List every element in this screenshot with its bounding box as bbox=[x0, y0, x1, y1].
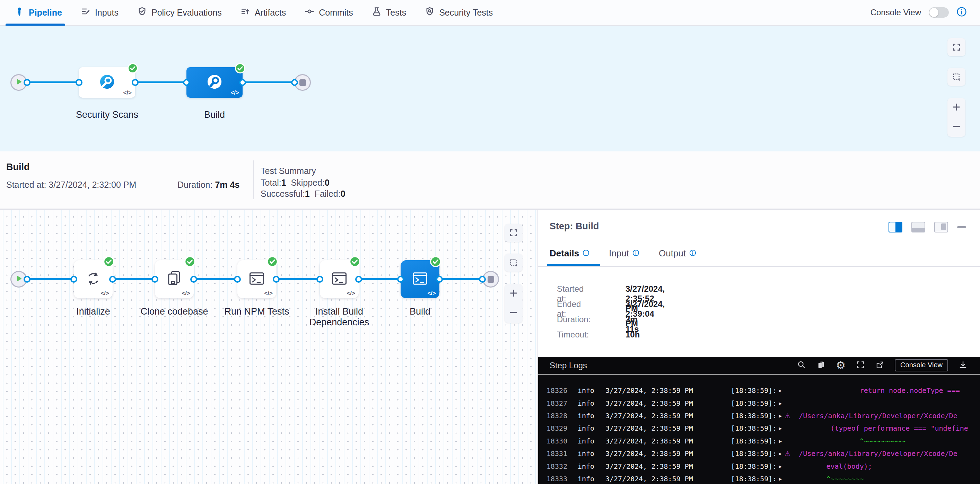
layout-right-view-button[interactable] bbox=[889, 222, 902, 232]
stage-node-security-scans[interactable]: </> bbox=[79, 67, 135, 98]
initialize-sync-icon bbox=[84, 270, 102, 289]
divider bbox=[253, 160, 254, 199]
expand-caret-icon[interactable]: ▸ bbox=[779, 438, 782, 444]
stage-title: Build bbox=[6, 162, 30, 173]
flask-icon bbox=[372, 6, 382, 18]
minimize-panel-button[interactable] bbox=[957, 226, 966, 228]
step-node-build[interactable]: </> bbox=[401, 260, 439, 298]
node-port bbox=[436, 276, 443, 283]
expand-caret-icon[interactable]: ▸ bbox=[779, 400, 782, 407]
tab-policy-evaluations[interactable]: Policy Evaluations bbox=[137, 6, 222, 18]
log-row[interactable]: 18331info3/27/2024, 2:38:59 PM[18:38:59]… bbox=[538, 447, 980, 460]
success-check-badge bbox=[235, 63, 246, 74]
code-template-icon: </> bbox=[100, 290, 109, 297]
zoom-out-button[interactable] bbox=[952, 122, 961, 132]
tab-input[interactable]: Input bbox=[609, 248, 640, 259]
layout-floating-view-button[interactable] bbox=[934, 222, 948, 232]
node-port bbox=[151, 276, 158, 283]
settings-gear-icon[interactable]: ⚙ bbox=[836, 360, 846, 371]
detail-label: Duration: bbox=[557, 314, 590, 324]
divider bbox=[538, 266, 980, 267]
scan-stage-icon bbox=[99, 74, 115, 91]
fullscreen-button[interactable] bbox=[947, 38, 966, 56]
tab-label: Artifacts bbox=[255, 8, 286, 17]
node-port bbox=[273, 276, 280, 283]
expand-caret-icon[interactable]: ▸ bbox=[779, 425, 782, 432]
node-port bbox=[397, 276, 404, 283]
tab-label: Pipeline bbox=[29, 8, 62, 17]
expand-caret-icon[interactable]: ▸ bbox=[779, 412, 782, 419]
scan-stage-icon bbox=[207, 74, 223, 91]
expand-caret-icon[interactable]: ▸ bbox=[779, 463, 782, 470]
open-external-icon[interactable] bbox=[875, 360, 885, 371]
pipeline-icon bbox=[14, 6, 24, 18]
code-template-icon: </> bbox=[231, 89, 239, 96]
console-view-button[interactable]: Console View bbox=[895, 359, 948, 371]
step-logs-console[interactable]: 18326info3/27/2024, 2:38:59 PM[18:38:59]… bbox=[538, 375, 980, 484]
tab-label: Commits bbox=[319, 8, 353, 17]
download-icon[interactable] bbox=[959, 360, 967, 371]
tab-artifacts[interactable]: Artifacts bbox=[240, 6, 286, 18]
fullscreen-button[interactable] bbox=[504, 224, 523, 242]
search-icon[interactable] bbox=[797, 360, 806, 371]
log-row[interactable]: 18330info3/27/2024, 2:38:59 PM[18:38:59]… bbox=[538, 435, 980, 447]
zoom-out-button[interactable] bbox=[509, 308, 518, 318]
step-node-clone-codebase[interactable]: </> bbox=[155, 260, 194, 298]
zoom-in-button[interactable] bbox=[952, 103, 961, 113]
code-template-icon: </> bbox=[427, 290, 436, 297]
node-port bbox=[109, 276, 116, 283]
log-row[interactable]: 18333info3/27/2024, 2:38:59 PM[18:38:59]… bbox=[538, 473, 980, 484]
stage-graph-canvas[interactable]: </> </> Security Scans Build bbox=[0, 26, 980, 151]
info-icon[interactable] bbox=[689, 248, 696, 259]
tab-output[interactable]: Output bbox=[659, 248, 696, 259]
info-icon[interactable] bbox=[632, 248, 640, 259]
tab-label: Security Tests bbox=[439, 8, 493, 17]
log-row[interactable]: 18327info3/27/2024, 2:38:59 PM[18:38:59]… bbox=[538, 397, 980, 409]
tab-security-tests[interactable]: Security Tests bbox=[425, 6, 493, 18]
info-icon[interactable] bbox=[956, 6, 967, 18]
stage-node-build[interactable]: </> bbox=[186, 67, 243, 98]
log-row[interactable]: 18328info3/27/2024, 2:38:59 PM[18:38:59]… bbox=[538, 409, 980, 422]
tab-details[interactable]: Details bbox=[550, 248, 589, 259]
tab-tests[interactable]: Tests bbox=[372, 6, 406, 18]
marquee-select-button[interactable] bbox=[504, 254, 523, 271]
step-node-initialize[interactable]: </> bbox=[74, 260, 113, 298]
log-row[interactable]: 18332info3/27/2024, 2:38:59 PM[18:38:59]… bbox=[538, 460, 980, 472]
node-port bbox=[239, 79, 246, 86]
step-logs-header: Step Logs ⚙ Console View bbox=[538, 357, 980, 374]
info-icon[interactable] bbox=[582, 248, 589, 259]
tab-pipeline[interactable]: Pipeline bbox=[14, 6, 62, 18]
code-template-icon: </> bbox=[347, 290, 355, 297]
stop-icon bbox=[299, 79, 306, 86]
tab-label: Output bbox=[659, 248, 686, 259]
tab-label: Details bbox=[550, 248, 579, 259]
tab-inputs[interactable]: Inputs bbox=[81, 6, 119, 18]
success-check-badge bbox=[266, 255, 278, 267]
zoom-in-button[interactable] bbox=[509, 289, 518, 299]
top-nav: Pipeline Inputs Policy Evaluations Artif… bbox=[0, 0, 980, 25]
step-node-install-build-dependencies[interactable]: </> bbox=[320, 260, 359, 298]
terminal-icon bbox=[330, 270, 348, 289]
marquee-select-button[interactable] bbox=[947, 68, 966, 86]
console-view-toggle[interactable] bbox=[929, 7, 949, 17]
tab-label: Inputs bbox=[95, 8, 119, 17]
expand-caret-icon[interactable]: ▸ bbox=[779, 475, 782, 482]
play-icon bbox=[15, 78, 22, 87]
warning-icon: ⚠ bbox=[784, 450, 791, 457]
node-port bbox=[317, 276, 323, 283]
execution-graph-canvas[interactable]: </> </> </> </> </> Initialize Clone cod… bbox=[0, 209, 538, 484]
expand-fullscreen-icon[interactable] bbox=[856, 360, 865, 371]
tab-label: Tests bbox=[386, 8, 406, 17]
active-tab-underline bbox=[6, 24, 65, 25]
expand-caret-icon[interactable]: ▸ bbox=[779, 450, 782, 457]
log-row[interactable]: 18326info3/27/2024, 2:38:59 PM[18:38:59]… bbox=[538, 384, 980, 397]
expand-caret-icon[interactable]: ▸ bbox=[779, 387, 782, 394]
layout-bottom-view-button[interactable] bbox=[912, 222, 925, 232]
step-node-run-npm-tests[interactable]: </> bbox=[237, 260, 276, 298]
stage-summary-bar: Build Started at: 3/27/2024, 2:32:00 PM … bbox=[0, 151, 980, 209]
log-row[interactable]: 18329info3/27/2024, 2:38:59 PM[18:38:59]… bbox=[538, 422, 980, 435]
copy-icon[interactable] bbox=[816, 360, 826, 371]
detail-label: Timeout: bbox=[557, 330, 589, 340]
warning-icon: ⚠ bbox=[784, 412, 791, 420]
tab-commits[interactable]: Commits bbox=[305, 6, 353, 18]
